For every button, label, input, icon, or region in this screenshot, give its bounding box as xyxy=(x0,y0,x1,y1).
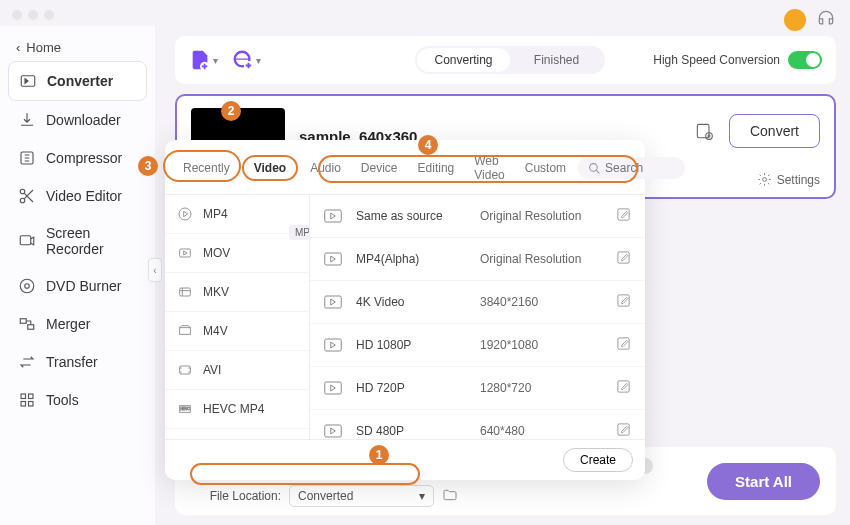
main-area: ▾ ▾ Converting Finished High Speed Conve… xyxy=(155,26,850,525)
popup-tabs: Recently Video Audio Device Editing Web … xyxy=(165,140,645,188)
svg-rect-37 xyxy=(325,382,342,394)
svg-point-5 xyxy=(20,279,34,293)
file-location-select[interactable]: Converted▾ xyxy=(289,485,434,507)
svg-rect-35 xyxy=(325,339,342,351)
sidebar: ‹Home Converter Downloader Compressor Vi… xyxy=(0,26,155,525)
popup-tab-custom[interactable]: Custom xyxy=(517,155,574,181)
res-value: 640*480 xyxy=(480,424,602,438)
sidebar-item-dvd-burner[interactable]: DVD Burner xyxy=(8,267,147,305)
svg-rect-10 xyxy=(29,394,34,399)
sidebar-item-compressor[interactable]: Compressor xyxy=(8,139,147,177)
res-value: Original Resolution xyxy=(480,209,602,223)
svg-rect-31 xyxy=(325,253,342,265)
svg-rect-8 xyxy=(28,325,34,330)
hsc-toggle[interactable] xyxy=(788,51,822,69)
popup-tab-device[interactable]: Device xyxy=(353,155,406,181)
sidebar-item-downloader[interactable]: Downloader xyxy=(8,101,147,139)
popup-tab-web-video[interactable]: Web Video xyxy=(466,148,512,188)
file-settings-icon[interactable] xyxy=(693,120,715,142)
grid-icon xyxy=(18,391,36,409)
add-file-button[interactable]: ▾ xyxy=(189,49,218,71)
edit-icon[interactable] xyxy=(616,207,631,225)
format-item-m4v[interactable]: M4V xyxy=(165,312,309,351)
window-controls xyxy=(12,10,54,20)
format-item-mp4[interactable]: MP4 xyxy=(165,195,309,234)
toolbar-card: ▾ ▾ Converting Finished High Speed Conve… xyxy=(175,36,836,84)
mp4-badge: MP4 xyxy=(289,225,310,240)
video-icon xyxy=(324,252,342,266)
chevron-left-icon: ‹ xyxy=(16,40,20,55)
res-value: Original Resolution xyxy=(480,252,602,266)
format-item-hevc-mp4[interactable]: HEVCHEVC MP4 xyxy=(165,390,309,429)
res-value: 3840*2160 xyxy=(480,295,602,309)
edit-icon[interactable] xyxy=(616,293,631,311)
resolution-column: Same as sourceOriginal Resolution MP4(Al… xyxy=(310,195,645,439)
svg-rect-12 xyxy=(29,402,34,407)
scissors-icon xyxy=(18,187,36,205)
format-label: MOV xyxy=(203,246,230,260)
popup-tab-video[interactable]: Video xyxy=(242,155,298,181)
popup-tab-recently[interactable]: Recently xyxy=(175,155,238,181)
format-popup: Recently Video Audio Device Editing Web … xyxy=(165,140,645,480)
format-item-mkv[interactable]: MKV xyxy=(165,273,309,312)
svg-rect-39 xyxy=(325,425,342,437)
create-button[interactable]: Create xyxy=(563,448,633,472)
back-home[interactable]: ‹Home xyxy=(8,34,147,61)
resolution-item[interactable]: HD 1080P1920*1080 xyxy=(310,324,645,367)
edit-icon[interactable] xyxy=(616,422,631,439)
sidebar-item-merger[interactable]: Merger xyxy=(8,305,147,343)
edit-icon[interactable] xyxy=(616,336,631,354)
edit-icon[interactable] xyxy=(616,379,631,397)
step-badge-3: 3 xyxy=(138,156,158,176)
video-icon xyxy=(324,381,342,395)
svg-rect-33 xyxy=(325,296,342,308)
svg-rect-23 xyxy=(180,328,191,335)
high-speed-row: High Speed Conversion xyxy=(653,51,822,69)
convert-button[interactable]: Convert xyxy=(729,114,820,148)
sidebar-item-screen-recorder[interactable]: Screen Recorder xyxy=(8,215,147,267)
disc-icon xyxy=(18,277,36,295)
format-item-hevc-mkv[interactable]: HEVCHEVC MKV xyxy=(165,429,309,439)
res-name: MP4(Alpha) xyxy=(356,252,466,266)
resolution-item[interactable]: MP4(Alpha)Original Resolution xyxy=(310,238,645,281)
video-icon xyxy=(324,338,342,352)
search-input[interactable] xyxy=(605,161,675,175)
format-item-avi[interactable]: AVI xyxy=(165,351,309,390)
sidebar-item-video-editor[interactable]: Video Editor xyxy=(8,177,147,215)
svg-point-2 xyxy=(20,189,25,194)
edit-icon[interactable] xyxy=(616,250,631,268)
res-name: HD 720P xyxy=(356,381,466,395)
resolution-item[interactable]: SD 480P640*480 xyxy=(310,410,645,439)
resolution-item[interactable]: 4K Video3840*2160 xyxy=(310,281,645,324)
search-box[interactable] xyxy=(578,157,685,179)
tab-finished[interactable]: Finished xyxy=(510,48,603,72)
svg-rect-24 xyxy=(180,366,191,374)
folder-icon[interactable] xyxy=(442,487,458,506)
popup-tab-editing[interactable]: Editing xyxy=(410,155,463,181)
add-url-button[interactable]: ▾ xyxy=(232,49,261,71)
res-name: SD 480P xyxy=(356,424,466,438)
video-icon xyxy=(324,209,342,223)
popup-tab-audio[interactable]: Audio xyxy=(302,155,349,181)
format-label: M4V xyxy=(203,324,228,338)
svg-rect-22 xyxy=(180,288,191,296)
tab-converting[interactable]: Converting xyxy=(417,48,510,72)
file-location-label: File Location: xyxy=(191,489,281,503)
sidebar-item-transfer[interactable]: Transfer xyxy=(8,343,147,381)
svg-rect-4 xyxy=(20,236,31,245)
sidebar-item-tools[interactable]: Tools xyxy=(8,381,147,419)
sidebar-collapse-handle[interactable]: ‹ xyxy=(148,258,162,282)
step-badge-1: 1 xyxy=(369,445,389,465)
search-icon xyxy=(588,162,601,175)
svg-rect-7 xyxy=(20,319,26,324)
format-item-mov[interactable]: MOV xyxy=(165,234,309,273)
res-name: 4K Video xyxy=(356,295,466,309)
resolution-item[interactable]: HD 720P1280*720 xyxy=(310,367,645,410)
settings-link[interactable]: Settings xyxy=(757,172,820,187)
recorder-icon xyxy=(18,232,36,250)
res-name: Same as source xyxy=(356,209,466,223)
sidebar-item-converter[interactable]: Converter xyxy=(8,61,147,101)
resolution-item[interactable]: Same as sourceOriginal Resolution xyxy=(310,195,645,238)
res-value: 1920*1080 xyxy=(480,338,602,352)
start-all-button[interactable]: Start All xyxy=(707,463,820,500)
